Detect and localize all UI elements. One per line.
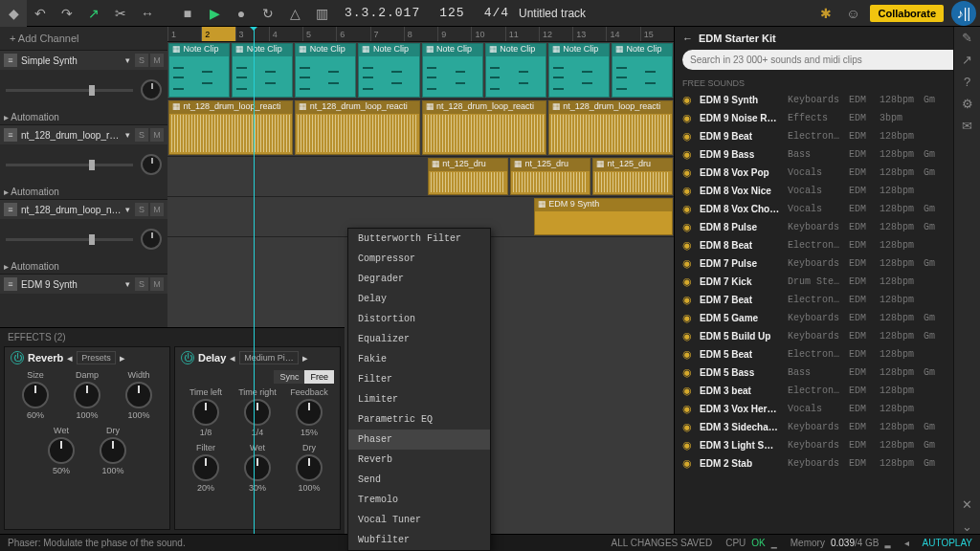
solo-button[interactable]: S	[135, 128, 148, 142]
browser-item[interactable]: ◉ EDM 2 Stab Keyboards EDM 128bpm Gm	[675, 454, 980, 473]
pan-knob[interactable]	[141, 79, 162, 100]
browser-item[interactable]: ◉ EDM 8 Pulse Keyboards EDM 128bpm Gm	[675, 218, 980, 236]
browser-item[interactable]: ◉ EDM 3 beat Electron… EDM 128bpm	[675, 382, 980, 400]
help-icon[interactable]: ?	[964, 75, 970, 89]
browser-item[interactable]: ◉ EDM 9 Beat Electron… EDM 128bpm	[675, 127, 980, 145]
play-button[interactable]: ▶	[201, 0, 228, 27]
cursor-icon[interactable]: ✱	[813, 0, 839, 27]
back-icon[interactable]: ←	[682, 33, 693, 44]
menu-item[interactable]: Send	[348, 470, 490, 490]
prev-preset-icon[interactable]: ◂	[230, 352, 235, 364]
menu-item[interactable]: Phaser	[348, 430, 490, 450]
sync-toggle[interactable]: Sync	[274, 370, 304, 384]
menu-item[interactable]: Parametric EQ	[348, 409, 490, 430]
knob[interactable]	[296, 454, 323, 481]
browser-search-input[interactable]	[682, 50, 972, 70]
app-logo-icon[interactable]: ♪||	[951, 1, 976, 26]
stretch-tool-icon[interactable]: ↔	[134, 0, 161, 27]
next-preset-icon[interactable]: ▸	[120, 352, 125, 364]
metronome-icon[interactable]: △	[281, 0, 308, 27]
piano-icon[interactable]: ▥	[308, 0, 335, 27]
clip[interactable]: ▦ EDM 9 Synth	[534, 198, 673, 235]
add-channel-button[interactable]: + Add Channel	[0, 27, 167, 50]
menu-item[interactable]: Degrader	[348, 269, 490, 289]
automation-toggle[interactable]: ▸ Automation	[0, 259, 167, 274]
track-header[interactable]: ≡ Simple Synth ▾ S M	[0, 51, 167, 70]
free-toggle[interactable]: Free	[304, 370, 334, 384]
pan-knob[interactable]	[141, 229, 162, 250]
clip[interactable]: ▦ nt_128_drum_loop_reacti	[295, 100, 419, 155]
track-title-input[interactable]	[519, 7, 624, 20]
browser-item[interactable]: ◉ EDM 9 Noise R… Effects EDM 3bpm	[675, 109, 980, 127]
browser-item[interactable]: ◉ EDM 3 Sidecha… Keyboards EDM 128bpm Gm	[675, 418, 980, 436]
browser-item[interactable]: ◉ EDM 5 Game Keyboards EDM 128bpm Gm	[675, 309, 980, 327]
track-name[interactable]: nt_128_drum_loop_nowhe	[21, 205, 122, 215]
clip[interactable]: ▦ Note Clip	[422, 43, 483, 98]
clip[interactable]: ▦ Note Clip	[485, 43, 546, 98]
share-icon[interactable]: ↗	[962, 53, 972, 67]
ruler-bar[interactable]: 2	[201, 27, 234, 41]
redo-icon[interactable]: ↷	[54, 0, 80, 27]
undo-icon[interactable]: ↶	[27, 0, 54, 27]
track-lane[interactable]: ▦ nt_125_dru▦ nt_125_dru▦ nt_125_dru	[167, 157, 674, 197]
browser-item[interactable]: ◉ EDM 7 Pulse Keyboards EDM 128bpm Gm	[675, 254, 980, 273]
knob[interactable]	[296, 399, 323, 426]
ruler-bar[interactable]: 11	[505, 27, 539, 41]
menu-item[interactable]: Delay	[348, 289, 490, 309]
add-effect-menu[interactable]: Butterworth FilterCompressorDegraderDela…	[347, 228, 491, 551]
clip[interactable]: ▦ Note Clip	[168, 43, 230, 98]
mute-button[interactable]: M	[150, 54, 164, 67]
pointer-tool-icon[interactable]: ↗	[80, 0, 107, 27]
clip[interactable]: ▦ nt_125_dru	[592, 158, 673, 195]
menu-item[interactable]: Wubfilter	[348, 530, 490, 550]
browser-item[interactable]: ◉ EDM 8 Vox Pop Vocals EDM 128bpm Gm	[675, 164, 980, 182]
ruler-bar[interactable]: 4	[269, 27, 302, 41]
ruler-bar[interactable]: 5	[302, 27, 336, 41]
menu-item[interactable]: Compressor	[348, 249, 490, 269]
clip[interactable]: ▦ nt_128_drum_loop_reacti	[548, 100, 673, 155]
ruler-bar[interactable]: 14	[606, 27, 639, 41]
track-menu-icon[interactable]: ▾	[125, 205, 130, 214]
knob[interactable]	[192, 399, 219, 426]
ruler-bar[interactable]: 7	[370, 27, 404, 41]
close-icon[interactable]: ✕	[962, 497, 972, 512]
menu-item[interactable]: Fakie	[348, 349, 490, 369]
track-menu-icon[interactable]: ▾	[125, 55, 130, 65]
browser-item[interactable]: ◉ EDM 3 Vox Her… Vocals EDM 128bpm	[675, 400, 980, 418]
browser-item[interactable]: ◉ EDM 8 Vox Nice Vocals EDM 128bpm	[675, 182, 980, 200]
menu-item[interactable]: Distortion	[348, 309, 490, 329]
browser-item[interactable]: ◉ EDM 7 Kick Drum Ste… EDM 128bpm	[675, 273, 980, 291]
menu-item[interactable]: Limiter	[348, 389, 490, 409]
bell-icon[interactable]: ✉	[962, 119, 972, 133]
browser-item[interactable]: ◉ EDM 3 Light S… Keyboards EDM 128bpm Gm	[675, 436, 980, 454]
power-icon[interactable]: ⏻	[11, 351, 24, 364]
track-header[interactable]: ≡ EDM 9 Synth ▾ S M	[0, 275, 167, 294]
knob[interactable]	[125, 382, 152, 408]
solo-button[interactable]: S	[135, 203, 148, 216]
browser-item[interactable]: ◉ EDM 8 Beat Electron… EDM 128bpm	[675, 236, 980, 254]
browser-item[interactable]: ◉ EDM 9 Bass Bass EDM 128bpm Gm	[675, 145, 980, 164]
clip[interactable]: ▦ nt_128_drum_loop_reacti	[422, 100, 546, 155]
browser-item[interactable]: ◉ EDM 7 Beat Electron… EDM 128bpm	[675, 291, 980, 309]
menu-item[interactable]: Equalizer	[348, 329, 490, 349]
clip[interactable]: ▦ Note Clip	[358, 43, 419, 98]
stop-button[interactable]: ■	[174, 0, 201, 27]
knob[interactable]	[244, 454, 271, 481]
clip[interactable]: ▦ Note Clip	[612, 43, 673, 98]
track-header[interactable]: ≡ nt_128_drum_loop_nowhe ▾ S M	[0, 200, 167, 219]
user-icon[interactable]: ☺	[839, 0, 866, 27]
chevron-down-icon[interactable]: ⌄	[962, 519, 972, 534]
knob[interactable]	[100, 437, 126, 464]
browser-item[interactable]: ◉ EDM 5 Beat Electron… EDM 128bpm	[675, 345, 980, 364]
mute-button[interactable]: M	[150, 203, 164, 216]
browser-item[interactable]: ◉ EDM 9 Synth Keyboards EDM 128bpm Gm	[675, 91, 980, 109]
clip[interactable]: ▦ nt_125_dru	[428, 158, 508, 195]
record-button[interactable]: ●	[228, 0, 255, 27]
menu-item[interactable]: Filter	[348, 369, 490, 389]
clip[interactable]: ▦ Note Clip	[232, 43, 293, 98]
collaborate-button[interactable]: Collaborate	[870, 5, 944, 22]
knob[interactable]	[192, 454, 219, 481]
next-preset-icon[interactable]: ▸	[302, 352, 308, 364]
clip[interactable]: ▦ nt_128_drum_loop_reacti	[168, 100, 293, 155]
knob[interactable]	[74, 382, 100, 408]
